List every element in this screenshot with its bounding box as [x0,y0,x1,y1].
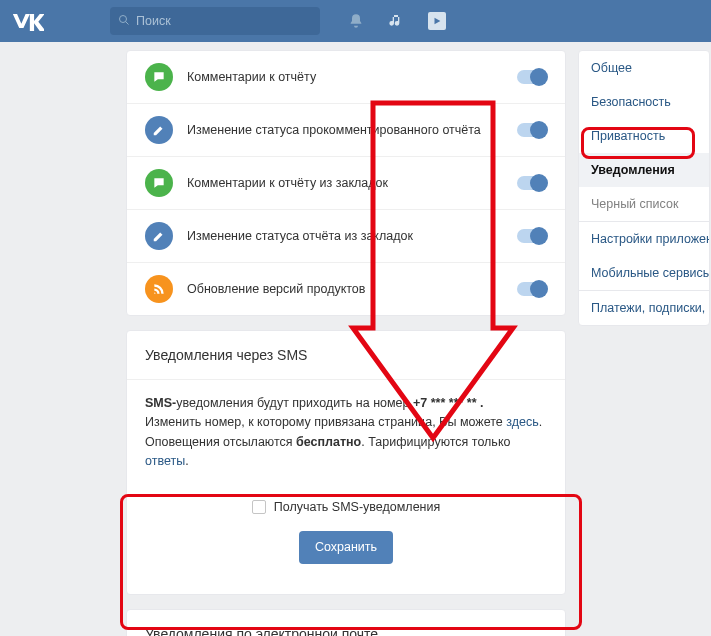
sidebar-item-mobile[interactable]: Мобильные сервисы [579,256,709,290]
notify-row: Изменение статуса отчёта из закладок [127,209,565,262]
pencil-icon [145,222,173,250]
toggle[interactable] [517,176,547,190]
comment-icon [145,169,173,197]
sidebar-item-apps[interactable]: Настройки приложений [579,222,709,256]
notify-label: Изменение статуса отчёта из закладок [187,229,517,243]
sidebar-item-security[interactable]: Безопасность [579,85,709,119]
toggle[interactable] [517,123,547,137]
save-button[interactable]: Сохранить [299,531,393,564]
music-icon[interactable] [388,12,404,30]
sidebar-item-notifications[interactable]: Уведомления [579,153,709,187]
sidebar-panel: Общее Безопасность Приватность Уведомлен… [578,50,710,326]
pencil-icon [145,116,173,144]
notify-row: Обновление версий продуктов [127,262,565,315]
sms-answers-link[interactable]: ответы [145,454,185,468]
sms-body: SMS-уведомления будут приходить на номер… [127,380,565,594]
sms-checkbox-label: Получать SMS-уведомления [274,498,441,517]
sms-checkbox[interactable] [252,500,266,514]
sidebar-item-payments[interactable]: Платежи, подписки, переводы [579,291,709,325]
email-title: Уведомления по электронной почте [127,610,565,636]
svg-line-1 [126,21,129,24]
sms-text-line: Оповещения отсылаются бесплатно. Тарифиц… [145,433,547,472]
notify-panel: Комментарии к отчёту Изменение статуса п… [126,50,566,316]
rss-icon [145,275,173,303]
main-column: Комментарии к отчёту Изменение статуса п… [126,50,566,636]
notify-label: Комментарии к отчёту из закладок [187,176,517,190]
sms-title: Уведомления через SMS [127,331,565,380]
vk-logo[interactable] [10,11,110,31]
toggle[interactable] [517,70,547,84]
notify-label: Комментарии к отчёту [187,70,517,84]
page: Комментарии к отчёту Изменение статуса п… [0,42,711,636]
sidebar-item-privacy[interactable]: Приватность [579,119,709,153]
play-icon[interactable] [428,12,446,30]
notify-row: Изменение статуса прокомментированного о… [127,103,565,156]
sidebar-item-general[interactable]: Общее [579,51,709,85]
notify-row: Комментарии к отчёту [127,51,565,103]
toggle[interactable] [517,282,547,296]
sidebar-item-blacklist[interactable]: Черный список [579,187,709,221]
sms-text-line: SMS-уведомления будут приходить на номер… [145,394,547,413]
search-input[interactable] [136,14,312,28]
svg-point-0 [120,15,127,22]
sms-text-line: Изменить номер, к которому привязана стр… [145,413,547,432]
sms-here-link[interactable]: здесь [506,415,538,429]
left-gutter [0,50,126,636]
header-icons [348,12,446,30]
sms-checkbox-row: Получать SMS-уведомления [145,498,547,517]
toggle[interactable] [517,229,547,243]
sms-panel: Уведомления через SMS SMS-уведомления бу… [126,330,566,595]
comment-icon [145,63,173,91]
settings-sidebar: Общее Безопасность Приватность Уведомлен… [578,50,710,636]
bell-icon[interactable] [348,12,364,30]
notify-row: Комментарии к отчёту из закладок [127,156,565,209]
header [0,0,711,42]
notify-label: Изменение статуса прокомментированного о… [187,123,517,137]
search-box[interactable] [110,7,320,35]
notify-label: Обновление версий продуктов [187,282,517,296]
email-panel: Уведомления по электронной почте Email д… [126,609,566,636]
search-icon [118,14,130,29]
